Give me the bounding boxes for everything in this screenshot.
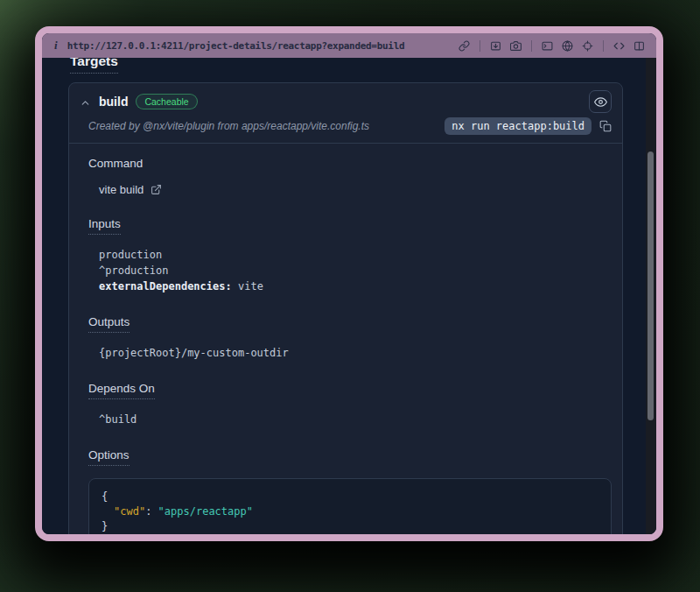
target-name: build: [99, 95, 128, 109]
external-link-icon: [150, 184, 162, 195]
scrollbar-thumb[interactable]: [648, 152, 654, 420]
eye-icon: [594, 95, 607, 109]
outputs-label: Outputs: [88, 315, 612, 333]
input-item-external-deps: externalDependencies: vite: [99, 278, 612, 294]
run-command-chip[interactable]: nx run reactapp:build: [444, 117, 592, 135]
output-item: {projectRoot}/my-custom-outdir: [99, 345, 612, 361]
json-line: {: [102, 490, 598, 504]
targets-heading: Targets: [70, 58, 623, 74]
terminal-icon[interactable]: [537, 37, 557, 54]
build-card-subheader: Created by @nx/vite/plugin from apps/rea…: [69, 117, 622, 143]
project-details-page: Targets build Cacheable Created by @nx/v…: [42, 58, 646, 534]
depends-on-label: Depends On: [88, 382, 612, 399]
info-icon: i: [54, 39, 58, 53]
build-card-body: Command vite build Inputs production ^pr…: [69, 144, 622, 534]
inputs-label: Inputs: [88, 217, 612, 235]
json-line: "cwd": "apps/reactapp": [102, 504, 598, 519]
address-bar[interactable]: http://127.0.0.1:4211/project-details/re…: [67, 40, 405, 52]
command-value-row: vite build: [99, 183, 612, 196]
command-value: vite build: [99, 183, 144, 196]
options-json-block: { "cwd": "apps/reactapp" }: [88, 478, 612, 534]
browser-toolbar: i http://127.0.0.1:4211/project-details/…: [42, 33, 656, 58]
globe-icon[interactable]: [557, 37, 578, 54]
open-config-link[interactable]: [150, 184, 162, 195]
browser-window: i http://127.0.0.1:4211/project-details/…: [35, 26, 663, 541]
toolbar-divider: [480, 40, 480, 52]
outputs-list: {projectRoot}/my-custom-outdir: [99, 345, 612, 361]
copy-command-button[interactable]: [599, 120, 612, 132]
target-card-build: build Cacheable Created by @nx/vite/plug…: [68, 82, 623, 534]
toolbar-divider: [603, 40, 604, 52]
code-icon[interactable]: [609, 37, 629, 54]
cacheable-badge: Cacheable: [136, 94, 197, 110]
input-item: production: [99, 247, 612, 263]
view-graph-eye-button[interactable]: [589, 90, 612, 113]
depends-on-list: ^build: [99, 412, 612, 427]
camera-icon[interactable]: [506, 37, 526, 54]
inspect-crosshair-icon[interactable]: [578, 37, 598, 54]
screencast-icon[interactable]: [486, 37, 506, 54]
input-item: ^production: [99, 263, 612, 278]
json-line: }: [102, 519, 598, 534]
link-icon[interactable]: [454, 37, 474, 54]
page-content: Targets build Cacheable Created by @nx/v…: [42, 58, 656, 534]
toolbar-divider: [531, 40, 532, 52]
inputs-list: production ^production externalDependenc…: [99, 247, 612, 294]
options-label: Options: [88, 448, 612, 466]
clipboard-icon: [599, 120, 612, 132]
scrollbar-track: [646, 58, 656, 534]
chevron-up-icon: [80, 96, 91, 108]
build-card-header[interactable]: build Cacheable: [69, 83, 622, 113]
command-label: Command: [88, 157, 612, 170]
created-by-text: Created by @nx/vite/plugin from apps/rea…: [88, 120, 369, 132]
depends-on-item: ^build: [99, 412, 612, 427]
split-view-icon[interactable]: [629, 37, 649, 54]
